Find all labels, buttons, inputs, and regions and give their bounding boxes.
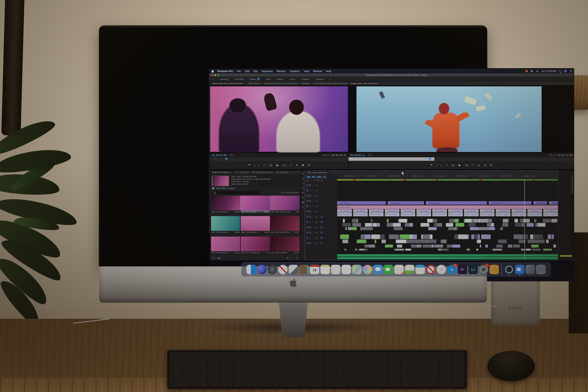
mark-out-icon[interactable]: } — [259, 164, 260, 166]
menu-item-view[interactable]: View — [304, 70, 309, 72]
track-sync-lock-toggle[interactable] — [312, 210, 314, 212]
track-header-a6[interactable]: A6 — [305, 241, 337, 246]
clip-fragment[interactable] — [452, 244, 460, 248]
clip-fragment[interactable] — [342, 240, 348, 243]
track-mute-toggle[interactable] — [321, 237, 322, 239]
dock-icon-system-preferences[interactable]: 1 — [479, 265, 488, 274]
clip-fragment[interactable] — [393, 223, 401, 227]
go-to-in-icon[interactable]: ↤ — [445, 164, 448, 166]
source-tab[interactable]: Audio Track Mixer: A001_C002_1024V8_001 — [311, 82, 348, 85]
clip-fragment[interactable] — [496, 244, 502, 248]
notification-center-icon[interactable]: ☰ — [570, 70, 572, 73]
clip-fragment[interactable] — [340, 234, 349, 239]
track-lock-toggle[interactable] — [306, 242, 308, 244]
clip-fragment[interactable] — [491, 223, 494, 227]
clip-fragment[interactable] — [548, 234, 551, 239]
clip-fragment[interactable] — [360, 234, 365, 239]
project-item[interactable]: A001_C019_1024V8_0...2:04:19 — [270, 236, 300, 255]
mark-in-icon[interactable]: { — [436, 164, 437, 166]
new-item-icon[interactable]: ⬚ — [291, 257, 293, 259]
dock-icon-notes[interactable] — [320, 265, 330, 274]
clip-fragment[interactable] — [460, 234, 468, 239]
clip-fragment[interactable] — [508, 244, 513, 248]
clip-16mm-sod[interactable]: 16mm SOD [pus — [416, 209, 431, 213]
track-sync-lock-toggle[interactable] — [312, 242, 314, 244]
timeline-tracks-area[interactable]: 16mm_Matte.mov16mm_Matte.mov16mm_Matte.m… — [337, 180, 558, 260]
clip-matte[interactable]: 16mm_Matte.mov — [489, 201, 532, 204]
dock-icon-keynote[interactable] — [416, 265, 425, 274]
clip-fragment[interactable] — [531, 240, 539, 243]
track-lock-toggle[interactable] — [306, 205, 308, 207]
clip-fragment[interactable] — [543, 219, 550, 222]
source-tab[interactable]: Source: A001_C011_1024V8_001.R3D≡ — [210, 82, 246, 85]
project-item[interactable]: A001_C014_1024V8_0...9:53:00 — [211, 216, 240, 236]
siri-icon[interactable] — [564, 70, 567, 72]
clip-fragment[interactable] — [454, 219, 459, 222]
track-visibility-toggle[interactable] — [309, 210, 311, 212]
settings-icon[interactable]: ⚒ — [321, 179, 323, 182]
project-search-input[interactable] — [212, 191, 261, 194]
clip-fragment[interactable] — [427, 240, 436, 243]
clip-fragment[interactable] — [514, 219, 518, 222]
clip-fragment[interactable] — [447, 244, 453, 248]
source-current-timecode[interactable]: 21:40:28:06 — [212, 154, 226, 156]
clip-fragment[interactable] — [374, 240, 376, 243]
track-header-v1[interactable]: V1 — [305, 209, 337, 214]
clip-fragment[interactable] — [533, 234, 540, 239]
step-back-icon[interactable]: |◄ — [451, 164, 454, 166]
clip-fragment[interactable] — [551, 219, 557, 222]
clip-fragment[interactable] — [500, 227, 503, 230]
clip-fragment[interactable] — [441, 249, 448, 250]
clip-fragment[interactable] — [526, 249, 531, 250]
program-playhead-handle[interactable] — [428, 158, 431, 160]
home-icon[interactable]: ⌂ — [212, 78, 214, 80]
clip-fragment[interactable] — [434, 244, 443, 248]
clip-fragment[interactable] — [406, 240, 414, 243]
dock-icon-quicktime[interactable] — [504, 265, 514, 274]
clip-fragment[interactable] — [343, 219, 345, 222]
overwrite-icon[interactable]: ▣ — [302, 164, 304, 166]
source-zoom-select[interactable]: Fit — [230, 154, 232, 156]
source-tab[interactable]: Audio Clip Mixer: A001_C002_1024V8_001 — [262, 82, 300, 85]
clip-dust-scratches[interactable]: DUST & SCRATC — [543, 213, 558, 216]
track-lock-toggle[interactable] — [306, 226, 308, 228]
mark-out-icon[interactable]: } — [441, 164, 442, 166]
program-settings-icon[interactable]: ⚒ — [555, 154, 557, 156]
clip-dust-scratches[interactable]: DUST & SCRATC — [448, 213, 463, 216]
mark-in-icon[interactable]: { — [254, 164, 255, 166]
type-tool-icon[interactable]: T — [302, 206, 304, 208]
workspace-tab-audio[interactable]: Audio — [290, 78, 295, 80]
clip-fragment[interactable] — [523, 234, 528, 239]
track-lock-toggle[interactable] — [306, 232, 308, 234]
clip-fragment[interactable] — [406, 234, 410, 239]
project-item-thumbnail[interactable] — [211, 216, 240, 231]
clip-16mm-sod[interactable]: 16mm SOD [pus — [432, 209, 447, 213]
track-header-v6[interactable]: V6 — [305, 182, 337, 188]
clip-dust-scratches[interactable]: DUST & SCRATC — [464, 213, 479, 216]
clip-fragment[interactable] — [531, 244, 538, 248]
clip-dust-scratches[interactable]: DUST & SCRATC — [527, 213, 542, 216]
dock-icon-finder[interactable] — [246, 265, 256, 274]
workspace-tab-libraries[interactable]: Libraries — [316, 78, 324, 80]
clip-matte[interactable]: 16mm_Matte.mov — [426, 201, 487, 204]
workspace-tab-graphics[interactable]: Graphics — [301, 78, 310, 80]
status-gray-icon[interactable] — [530, 70, 533, 72]
clip-dust-scratches[interactable]: DUST & SCRATC — [432, 213, 447, 216]
project-item-thumbnail[interactable] — [211, 236, 240, 251]
track-mute-toggle[interactable] — [321, 242, 322, 244]
go-to-out-icon[interactable]: ↦ — [472, 164, 474, 166]
dock-icon-textedit[interactable] — [331, 265, 340, 274]
snap-icon[interactable]: ∩ — [310, 179, 312, 182]
clip-fragment[interactable] — [448, 227, 458, 230]
clip-fragment[interactable] — [523, 219, 530, 222]
clip-fragment[interactable] — [513, 244, 518, 248]
source-tab[interactable]: Metadata — [300, 82, 311, 85]
track-lock-toggle[interactable] — [306, 221, 308, 223]
clip-16mm-sod[interactable]: 16mm SOD [pus — [527, 209, 542, 213]
clip-fragment[interactable] — [371, 219, 372, 222]
track-sync-lock-toggle[interactable] — [312, 190, 314, 191]
clip-fragment[interactable] — [480, 219, 488, 222]
project-item-thumbnail[interactable] — [270, 236, 300, 251]
track-sync-lock-toggle[interactable] — [312, 184, 314, 186]
track-mute-toggle[interactable] — [321, 226, 322, 228]
